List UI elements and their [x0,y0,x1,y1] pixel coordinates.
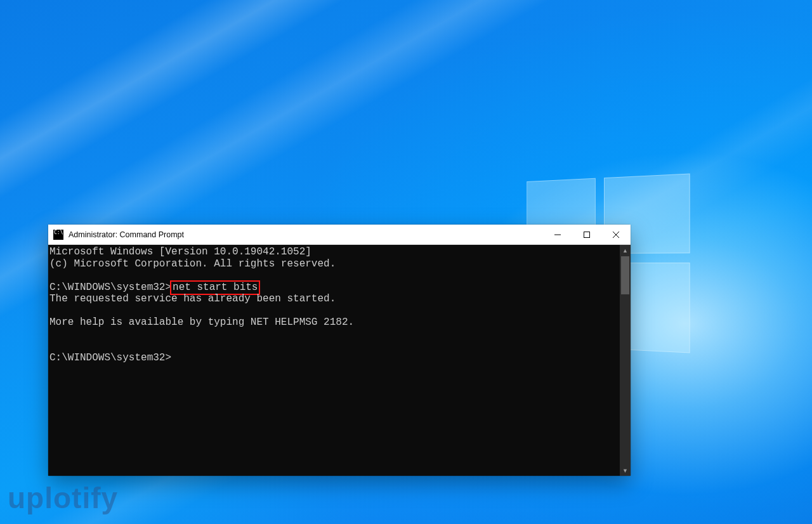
svg-rect-0 [584,232,590,237]
terminal-prompt: C:\WINDOWS\system32> [49,352,171,364]
cmd-icon [53,230,63,240]
scroll-thumb[interactable] [621,256,629,294]
minimize-button[interactable] [543,225,572,245]
maximize-button[interactable] [572,225,601,245]
watermark-text: uplotify [8,481,118,515]
terminal-line: The requested service has already been s… [49,293,336,305]
terminal-line: More help is available by typing NET HEL… [49,317,354,328]
terminal-line: Microsoft Windows [Version 10.0.19042.10… [49,246,311,258]
terminal-line: (c) Microsoft Corporation. All rights re… [49,258,336,270]
desktop-background: Administrator: Command Prompt Microsoft … [0,0,812,524]
terminal-output[interactable]: Microsoft Windows [Version 10.0.19042.10… [48,245,620,476]
scroll-down-icon[interactable]: ▼ [620,465,631,476]
window-title: Administrator: Command Prompt [69,230,184,239]
command-prompt-window: Administrator: Command Prompt Microsoft … [48,225,631,476]
terminal-prompt: C:\WINDOWS\system32> [49,282,171,293]
scroll-up-icon[interactable]: ▲ [620,245,631,256]
scrollbar[interactable]: ▲ ▼ [620,245,631,476]
close-button[interactable] [601,225,631,245]
titlebar[interactable]: Administrator: Command Prompt [48,225,631,245]
